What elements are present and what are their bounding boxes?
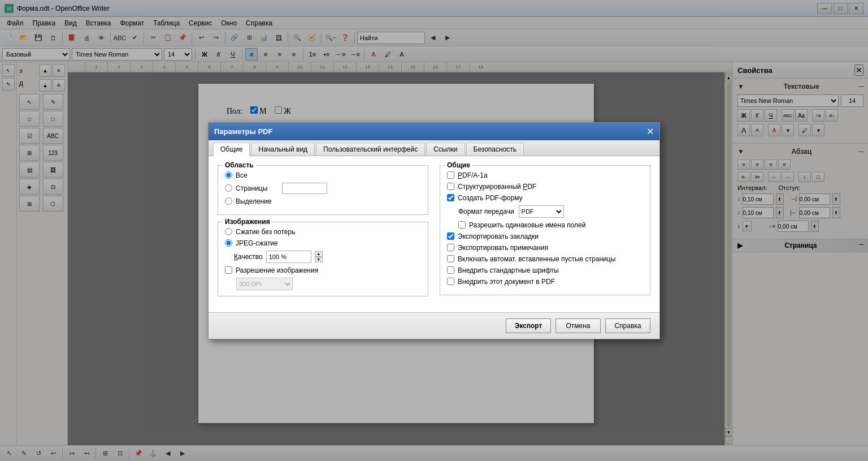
resolution-label[interactable]: Разрешение изображения: [236, 266, 318, 274]
pages-radio-row: Страницы: [225, 183, 421, 194]
embeddoc-row: Внедрить этот документ в PDF: [447, 278, 643, 286]
quality-row: Качество ▲ ▼: [234, 251, 421, 263]
area-pages-radio[interactable]: [225, 184, 232, 192]
format-select[interactable]: PDF FDF HTML XML: [519, 205, 564, 218]
notes-row: Экспортировать примечания: [447, 244, 643, 252]
lossless-label[interactable]: Сжатие без потерь: [236, 228, 295, 236]
lossless-radio-row: Сжатие без потерь: [225, 228, 421, 236]
structured-row: Структурированный PDF: [447, 183, 643, 191]
dialog-body: Область Все Страницы Выделение: [209, 156, 659, 312]
notes-label[interactable]: Экспортировать примечания: [458, 244, 548, 252]
embedfonts-checkbox[interactable]: [447, 266, 454, 274]
resolution-row: Разрешение изображения: [225, 266, 421, 274]
quality-down-btn[interactable]: ▼: [315, 257, 323, 262]
blankpages-row: Включать автомат. вставленные пустые стр…: [447, 255, 643, 263]
area-selection-radio[interactable]: [225, 197, 232, 205]
embedfonts-label[interactable]: Внедрить стандартные шрифты: [458, 266, 559, 274]
dialog-tab-view[interactable]: Начальный вид: [251, 143, 315, 156]
samenames-checkbox[interactable]: [458, 221, 466, 229]
help-dialog-button[interactable]: Справка: [605, 318, 650, 333]
dialog-footer: Экспорт Отмена Справка: [209, 312, 659, 339]
lossless-radio[interactable]: [225, 228, 232, 235]
jpeg-radio[interactable]: [225, 239, 232, 247]
dpi-select[interactable]: 300 DPI: [236, 278, 293, 290]
samenames-row: Разрешить одинаковые имена полей: [458, 221, 643, 229]
dialog-tab-security[interactable]: Безопасность: [466, 143, 524, 156]
structured-label[interactable]: Структурированный PDF: [458, 183, 536, 191]
general-group-title: Общие: [445, 161, 472, 169]
blankpages-label[interactable]: Включать автомат. вставленные пустые стр…: [458, 255, 615, 263]
all-radio-row: Все: [225, 171, 421, 179]
pdfa-checkbox[interactable]: [447, 171, 454, 179]
quality-label: Качество: [234, 253, 263, 261]
notes-checkbox[interactable]: [447, 244, 454, 251]
blankpages-checkbox[interactable]: [447, 255, 454, 262]
dialog-title: Параметры PDF: [214, 127, 272, 136]
quality-up-btn[interactable]: ▲: [315, 251, 323, 257]
selection-radio-row: Выделение: [225, 197, 421, 205]
format-row: Формат передачи PDF FDF HTML XML: [447, 205, 643, 218]
jpeg-label[interactable]: JPEG-сжатие: [236, 239, 278, 247]
quality-input[interactable]: [266, 251, 311, 263]
pdfform-row: Создать PDF-форму: [447, 194, 643, 202]
area-all-label[interactable]: Все: [236, 171, 248, 179]
pdfa-row: PDF/A-1a: [447, 171, 643, 179]
jpeg-radio-row: JPEG-сжатие: [225, 239, 421, 247]
dialog-close-button[interactable]: ✕: [646, 126, 654, 137]
area-pages-label[interactable]: Страницы: [236, 184, 267, 192]
dialog-tabs: Общие Начальный вид Пользовательский инт…: [209, 140, 659, 156]
area-selection-label[interactable]: Выделение: [236, 197, 272, 205]
bookmarks-row: Экспортировать закладки: [447, 232, 643, 240]
embeddoc-label[interactable]: Внедрить этот документ в PDF: [458, 278, 555, 286]
dialog-tab-general[interactable]: Общие: [213, 143, 250, 156]
pages-range-input[interactable]: [282, 183, 327, 194]
dialog-tab-links[interactable]: Ссылки: [426, 143, 465, 156]
dialog-tab-ui[interactable]: Пользовательский интерфейс: [316, 143, 425, 156]
samenames-label[interactable]: Разрешить одинаковые имена полей: [469, 221, 585, 229]
area-group-title: Область: [223, 161, 256, 169]
embeddoc-checkbox[interactable]: [447, 278, 454, 285]
format-label: Формат передачи: [458, 208, 514, 216]
embedfonts-row: Внедрить стандартные шрифты: [447, 266, 643, 274]
pdf-dialog: Параметры PDF ✕ Общие Начальный вид Поль…: [208, 122, 660, 339]
dialog-right-col: Общие PDF/A-1a Структурированный PDF Соз…: [440, 165, 650, 303]
bookmarks-label[interactable]: Экспортировать закладки: [458, 232, 539, 240]
area-group: Область Все Страницы Выделение: [218, 165, 428, 215]
dialog-left-col: Область Все Страницы Выделение: [218, 165, 428, 303]
pdfform-label[interactable]: Создать PDF-форму: [458, 194, 523, 202]
export-button[interactable]: Экспорт: [506, 318, 551, 333]
images-group-title: Изображения: [223, 218, 272, 226]
bookmarks-checkbox[interactable]: [447, 232, 454, 240]
general-group: Общие PDF/A-1a Структурированный PDF Соз…: [440, 165, 650, 295]
resolution-checkbox[interactable]: [225, 266, 232, 274]
quality-spin: ▲ ▼: [315, 251, 323, 262]
dialog-overlay[interactable]: Параметры PDF ✕ Общие Начальный вид Поль…: [0, 0, 868, 461]
cancel-button[interactable]: Отмена: [555, 318, 601, 333]
images-group: Изображения Сжатие без потерь JPEG-сжати…: [218, 222, 428, 296]
dialog-titlebar: Параметры PDF ✕: [209, 123, 659, 140]
pdfa-label[interactable]: PDF/A-1a: [458, 171, 488, 179]
area-all-radio[interactable]: [225, 171, 232, 179]
structured-checkbox[interactable]: [447, 183, 454, 190]
dpi-row: 300 DPI: [236, 278, 421, 290]
pdfform-checkbox[interactable]: [447, 194, 454, 201]
